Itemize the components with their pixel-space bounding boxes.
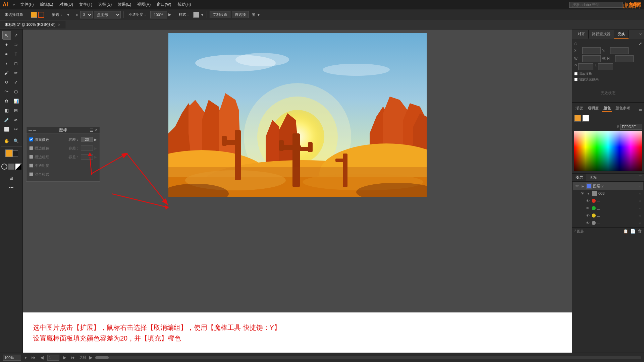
menu-item-view[interactable]: 视图(V) — [135, 1, 153, 8]
stroke-swatch[interactable] — [38, 12, 44, 18]
symbol-tool[interactable]: ✿ — [2, 97, 11, 105]
layer-red-item[interactable]: 👁 ... ○ — [584, 197, 643, 204]
layer-gray-item[interactable]: 👁 ... ○ — [584, 219, 643, 227]
fill-color-swatch[interactable] — [31, 12, 37, 18]
fill-color-label[interactable]: 填充颜色 — [29, 137, 49, 142]
stroke-width-label[interactable]: 描边粗细 — [29, 155, 49, 160]
line-tool[interactable]: / — [2, 59, 11, 68]
status-play-icon[interactable]: ▶ — [89, 355, 93, 360]
panel-close-icon[interactable]: ✕ — [95, 128, 98, 133]
layer-yellow-item[interactable]: 👁 ... ○ — [584, 212, 643, 219]
layer-red-eye[interactable]: 👁 — [585, 199, 590, 203]
layer-2-arrow[interactable]: ▶ — [581, 184, 585, 188]
menu-item-help[interactable]: 帮助(H) — [175, 1, 194, 8]
illustration-canvas[interactable]: ▷ — [168, 33, 427, 197]
scissors-tool[interactable]: ✂ — [12, 125, 20, 133]
hand-tool[interactable]: ✋ — [2, 136, 11, 145]
fill-color-checkbox[interactable] — [29, 137, 33, 141]
layer-2-item[interactable]: 👁 ▶ 图层 2 ○ — [573, 182, 643, 190]
layer-003-arrow[interactable]: ▼ — [586, 192, 590, 195]
pathfinder-tab[interactable]: 路径查找器 — [589, 30, 614, 39]
first-page-icon[interactable]: ⏮ — [30, 355, 37, 360]
stroke-tolerance-input[interactable] — [81, 145, 93, 151]
lasso-tool[interactable]: ⊃ — [12, 40, 20, 49]
zoom-input[interactable] — [3, 355, 21, 361]
next-page-icon[interactable]: ▶ — [62, 355, 67, 360]
transform-tab[interactable]: 变换 — [614, 30, 629, 39]
brush-size-input[interactable]: ● — [76, 12, 79, 17]
panel-menu-icon[interactable]: ☰ — [90, 128, 94, 133]
gradient-tool[interactable]: ◧ — [2, 106, 11, 115]
opacity-label[interactable]: 不透明度 — [29, 163, 49, 168]
eraser-tool[interactable]: ⬜ — [2, 125, 11, 133]
stroke-width-input[interactable] — [81, 154, 93, 160]
brush-type-select[interactable]: 3 — [80, 11, 93, 18]
foreground-color[interactable] — [5, 149, 13, 157]
rotate-tool[interactable]: ↻ — [2, 78, 11, 86]
pencil-tool[interactable]: ✏ — [12, 68, 20, 77]
color-picker-gradient[interactable] — [574, 131, 642, 171]
right-panel-close[interactable]: ✕ — [639, 32, 642, 37]
reset-color-icon[interactable] — [15, 164, 21, 170]
search-input[interactable] — [569, 2, 623, 8]
eyedropper-tool[interactable]: 💉 — [2, 115, 11, 124]
gradient-tab[interactable]: 渐变 — [574, 105, 584, 112]
scatter-down-icon[interactable]: ▼ — [66, 13, 70, 17]
color-tab[interactable]: 颜色 — [602, 105, 612, 112]
arrange-icon[interactable]: ⊞ — [252, 12, 255, 17]
zoom-down-arrow[interactable]: ▼ — [24, 356, 28, 360]
layer-green-item[interactable]: 👁 ... ○ — [584, 204, 643, 212]
scale-tool[interactable]: ⤢ — [12, 78, 20, 86]
shape-tool[interactable]: □ — [12, 59, 20, 68]
color-circle-icon[interactable] — [1, 164, 7, 170]
shear-input[interactable] — [598, 63, 613, 70]
pen-tool[interactable]: ✒ — [2, 50, 11, 58]
layer-green-eye[interactable]: 👁 — [585, 206, 590, 210]
arrange-down-icon[interactable]: ▼ — [257, 13, 260, 17]
layer-003-item[interactable]: 👁 ▼ 003 ○ — [578, 190, 643, 197]
mesh-tool[interactable]: ⊞ — [12, 106, 20, 115]
scroll-bar-area[interactable] — [95, 356, 641, 359]
scale-effects-cb[interactable] — [574, 78, 578, 81]
document-tab[interactable]: 未标题-1* @ 100% (RGB/预览) ✕ — [0, 21, 65, 28]
tolerance-arrow[interactable]: ▶ — [94, 138, 97, 141]
stroke-width-checkbox[interactable] — [29, 155, 33, 159]
more-tools-icon[interactable]: ••• — [5, 183, 17, 191]
scale-strokes-cb[interactable] — [574, 72, 578, 75]
y-input[interactable] — [610, 47, 629, 54]
panel-titlebar[interactable]: — — 魔棒 ☰ ✕ — [26, 127, 100, 134]
page-input[interactable] — [47, 355, 59, 361]
magic-wand-tool[interactable]: ✦ — [2, 40, 11, 49]
color-panel-menu[interactable]: ☰ — [639, 107, 642, 112]
layer-003-eye[interactable]: 👁 — [580, 191, 585, 195]
foreground-color-chip[interactable] — [574, 115, 581, 122]
menu-item-edit[interactable]: 编辑(E) — [37, 1, 56, 8]
tab-close-icon[interactable]: ✕ — [58, 23, 60, 26]
constrain-icon[interactable]: ⛓ — [602, 57, 606, 61]
blend-tool[interactable]: ∞ — [12, 115, 20, 124]
warp-tool[interactable]: 〜 — [2, 87, 11, 96]
menu-item-file[interactable]: 文件(F) — [18, 1, 36, 8]
transparency-tab[interactable]: 透明度 — [586, 105, 600, 112]
transform-resize-icon[interactable]: ⤢ — [639, 41, 642, 46]
layers-delete-icon[interactable]: 🗑 — [638, 229, 642, 234]
w-input[interactable] — [582, 55, 601, 62]
free-transform-tool[interactable]: ⬡ — [12, 87, 20, 96]
menu-item-object[interactable]: 对象(O) — [57, 1, 76, 8]
blend-mode-label[interactable]: 混合模式 — [29, 172, 49, 177]
layers-icon[interactable]: ⊞ — [5, 174, 17, 182]
style-swatch[interactable] — [193, 12, 199, 18]
zoom-tool[interactable]: 🔍 — [12, 136, 20, 145]
rotation-input[interactable] — [578, 63, 593, 70]
doc-settings-button[interactable]: 文档设置 — [210, 11, 230, 18]
menu-item-window[interactable]: 窗口(W) — [154, 1, 174, 8]
last-page-icon[interactable]: ⏭ — [70, 355, 76, 360]
prev-page-icon[interactable]: ◀ — [39, 355, 45, 360]
layers-menu-icon[interactable]: ☰ — [637, 174, 644, 181]
hex-input[interactable] — [620, 124, 642, 130]
menu-item-select[interactable]: 选择(S) — [96, 1, 114, 8]
layers-new-icon[interactable]: 📋 — [623, 229, 628, 234]
text-tool[interactable]: T — [12, 50, 20, 58]
layers-tab[interactable]: 图层 — [572, 174, 586, 181]
opacity-checkbox[interactable] — [29, 164, 33, 168]
